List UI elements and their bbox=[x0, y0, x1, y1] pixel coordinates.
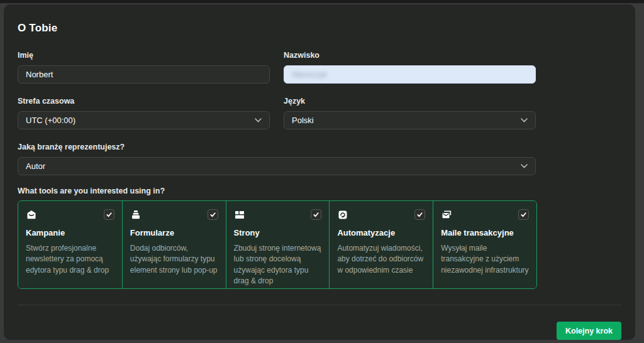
tool-card-kampanie[interactable]: Kampanie Stwórz profesjonalne newsletter… bbox=[18, 201, 122, 289]
locale-row: Strefa czasowa UTC (+00:00) Język Polski bbox=[18, 97, 536, 129]
tool-description: Automatyzuj wiadomości, aby dotrzeć do o… bbox=[337, 243, 425, 276]
tool-card-formularze[interactable]: Formularze Dodaj odbiorców, używając for… bbox=[122, 201, 226, 289]
last-name-label: Nazwisko bbox=[284, 51, 536, 60]
industry-select[interactable]: Autor bbox=[18, 157, 536, 175]
tool-checkbox[interactable] bbox=[104, 209, 114, 220]
timezone-label: Strefa czasowa bbox=[18, 97, 270, 106]
tools-card-group: Kampanie Stwórz profesjonalne newsletter… bbox=[18, 200, 537, 289]
timezone-field: Strefa czasowa UTC (+00:00) bbox=[18, 97, 270, 129]
webpage-icon bbox=[234, 209, 245, 220]
industry-label: Jaką branżę reprezentujesz? bbox=[18, 143, 536, 152]
tool-checkbox[interactable] bbox=[208, 209, 218, 220]
tool-checkbox[interactable] bbox=[311, 209, 321, 220]
form-icon bbox=[130, 209, 142, 220]
onboarding-panel: O Tobie Imię Nazwisko Niemczyk Strefa cz… bbox=[4, 4, 635, 340]
language-label: Język bbox=[284, 97, 536, 106]
first-name-field: Imię bbox=[18, 51, 270, 84]
tool-description: Zbuduj stronę internetową lub stronę doc… bbox=[234, 243, 322, 287]
footer: Kolejny krok bbox=[18, 322, 621, 340]
tool-card-strony[interactable]: Strony Zbuduj stronę internetową lub str… bbox=[226, 201, 330, 289]
industry-value: Autor bbox=[26, 161, 45, 171]
chevron-down-icon bbox=[521, 164, 528, 168]
tool-title: Formularze bbox=[130, 228, 218, 238]
chevron-down-icon bbox=[255, 118, 262, 122]
language-select[interactable]: Polski bbox=[284, 111, 536, 129]
last-name-input[interactable]: Niemczyk bbox=[284, 65, 536, 84]
tool-checkbox[interactable] bbox=[414, 209, 425, 220]
tool-title: Strony bbox=[234, 228, 322, 238]
tool-card-automatyzacje[interactable]: Automatyzacje Automatyzuj wiadomości, ab… bbox=[329, 201, 433, 289]
chevron-down-icon bbox=[521, 118, 528, 122]
tools-question-label: What tools are you interested using in? bbox=[18, 187, 621, 196]
automation-icon bbox=[337, 209, 348, 220]
next-step-button[interactable]: Kolejny krok bbox=[557, 322, 621, 340]
tool-checkbox[interactable] bbox=[518, 209, 529, 220]
footer-divider bbox=[18, 305, 621, 305]
card-head bbox=[26, 209, 114, 220]
envelope-open-icon bbox=[26, 209, 37, 220]
card-head bbox=[234, 209, 322, 220]
timezone-value: UTC (+00:00) bbox=[26, 116, 75, 125]
tool-title: Maile transakcyjne bbox=[441, 228, 529, 238]
card-head bbox=[337, 209, 425, 220]
tool-title: Kampanie bbox=[26, 228, 114, 238]
card-head bbox=[130, 209, 218, 220]
mail-send-icon bbox=[441, 209, 452, 220]
tool-card-maile-transakcyjne[interactable]: Maile transakcyjne Wysyłaj maile transak… bbox=[433, 201, 536, 289]
card-head bbox=[441, 209, 529, 220]
tool-title: Automatyzacje bbox=[337, 228, 425, 238]
first-name-label: Imię bbox=[18, 51, 270, 60]
name-row: Imię Nazwisko Niemczyk bbox=[18, 51, 536, 84]
tool-description: Dodaj odbiorców, używając formularzy typ… bbox=[130, 243, 218, 276]
timezone-select[interactable]: UTC (+00:00) bbox=[18, 111, 270, 129]
language-field: Język Polski bbox=[284, 97, 536, 129]
first-name-input[interactable] bbox=[18, 65, 270, 84]
tool-description: Stwórz profesjonalne newslettery za pomo… bbox=[26, 243, 114, 276]
last-name-redacted-value: Niemczyk bbox=[292, 70, 327, 79]
page-title: O Tobie bbox=[18, 22, 621, 35]
industry-field: Jaką branżę reprezentujesz? Autor bbox=[18, 143, 536, 175]
window-top-edge bbox=[0, 0, 644, 3]
language-value: Polski bbox=[292, 116, 314, 125]
last-name-field: Nazwisko Niemczyk bbox=[284, 51, 536, 84]
tool-description: Wysyłaj maile transakcyjne z użyciem nie… bbox=[441, 243, 529, 276]
